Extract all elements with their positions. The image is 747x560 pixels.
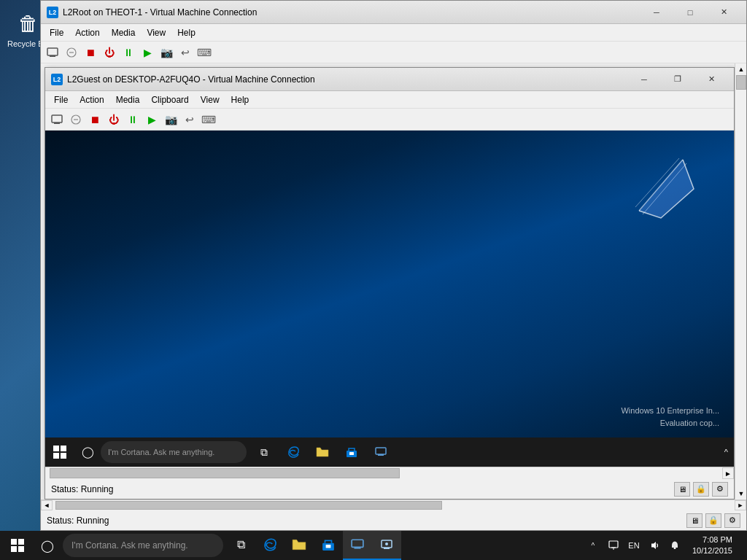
svg-rect-12 xyxy=(349,452,354,455)
inner-vm-screen[interactable]: Windows 10 Enterprise In... Evaluation c… xyxy=(45,131,734,467)
outer-close-button[interactable]: ✕ xyxy=(707,1,740,24)
inner-menu-media[interactable]: Media xyxy=(110,92,146,108)
outer-desktop: 🗑 Recycle Bin L2 L2Root on THEOT-1 - Vir… xyxy=(0,0,747,560)
svg-rect-14 xyxy=(378,454,384,456)
cortana-search-bar[interactable]: I'm Cortana. Ask me anything. xyxy=(63,534,223,557)
inner-cortana-search[interactable]: I'm Cortana. Ask me anything. xyxy=(101,441,247,463)
vmmanager-button[interactable] xyxy=(343,531,372,560)
inner-toolbar-back[interactable] xyxy=(67,112,85,128)
network-app-button[interactable] xyxy=(372,531,401,560)
inner-edge-button[interactable] xyxy=(279,438,308,467)
inner-menu-file[interactable]: File xyxy=(48,92,74,108)
outer-scroll-left[interactable]: ◄ xyxy=(41,500,53,510)
outer-status-icon1[interactable]: 🖥 xyxy=(686,513,703,528)
inner-toolbar-play[interactable]: ▶ xyxy=(143,112,160,128)
taskbar-clock[interactable]: 7:08 PM 10/12/2015 xyxy=(686,534,738,557)
outer-maximize-button[interactable]: □ xyxy=(673,1,707,24)
inner-maximize-button[interactable]: ❐ xyxy=(661,68,694,91)
inner-status-icon2[interactable]: 🔒 xyxy=(693,482,709,497)
outer-menu-action[interactable]: Action xyxy=(69,25,105,41)
svg-rect-5 xyxy=(54,122,60,124)
cortana-icon[interactable]: ◯ xyxy=(32,534,63,557)
outer-status-icon3[interactable]: ⚙ xyxy=(724,513,740,528)
outer-window-icon: L2 xyxy=(47,7,58,18)
inner-toolbar-undo[interactable]: ↩ xyxy=(181,112,198,128)
outer-toolbar-undo[interactable]: ↩ xyxy=(177,44,194,61)
outer-scroll-thumb-v[interactable] xyxy=(736,75,746,90)
start-button[interactable] xyxy=(3,531,32,560)
scroll-up-arrow[interactable]: ▲ xyxy=(736,63,746,75)
inner-start-button[interactable] xyxy=(45,438,74,467)
outer-menu-view[interactable]: View xyxy=(141,25,171,41)
inner-menu-clipboard[interactable]: Clipboard xyxy=(145,92,194,108)
inner-vmmanager-button[interactable] xyxy=(366,438,395,467)
outer-status-icon2[interactable]: 🔒 xyxy=(705,513,721,528)
inner-toolbar-stop[interactable]: ⏹ xyxy=(86,112,104,128)
outer-toolbar-back[interactable] xyxy=(63,44,80,61)
scroll-down-arrow[interactable]: ▼ xyxy=(736,488,746,499)
folder-button[interactable] xyxy=(285,531,314,560)
svg-rect-13 xyxy=(376,448,386,454)
inner-store-button[interactable] xyxy=(337,438,366,467)
inner-scroll-right[interactable]: ► xyxy=(722,467,734,479)
inner-tray-icons: ^ xyxy=(724,448,728,456)
outer-status-bar: Status: Running 🖥 🔒 ⚙ xyxy=(41,510,746,530)
inner-window-icon: L2 xyxy=(51,74,63,85)
inner-toolbar-power[interactable]: ⏻ xyxy=(105,112,123,128)
tray-display[interactable] xyxy=(605,531,622,560)
inner-tray-arrow[interactable]: ^ xyxy=(724,448,728,456)
outer-menu-media[interactable]: Media xyxy=(106,25,142,41)
tray-volume[interactable] xyxy=(646,531,663,560)
inner-toolbar-keyboard[interactable]: ⌨ xyxy=(200,112,217,128)
inner-taskview-button[interactable]: ⧉ xyxy=(249,438,279,467)
inner-toolbar-pause[interactable]: ⏸ xyxy=(124,112,142,128)
svg-rect-4 xyxy=(52,115,62,122)
outer-toolbar-pause[interactable]: ⏸ xyxy=(120,44,137,61)
outer-toolbar-play[interactable]: ▶ xyxy=(139,44,156,61)
tray-arrow[interactable]: ^ xyxy=(584,531,602,560)
inner-minimize-button[interactable]: ─ xyxy=(627,68,661,91)
inner-folder-button[interactable] xyxy=(308,438,337,467)
outer-toolbar-vm[interactable] xyxy=(44,44,61,61)
inner-menu-action[interactable]: Action xyxy=(74,92,109,108)
inner-vm-window: L2 L2Guest on DESKTOP-A2FUQ4O - Virtual … xyxy=(41,63,735,499)
outer-toolbar-power[interactable]: ⏻ xyxy=(101,44,118,61)
edge-button[interactable] xyxy=(255,531,285,560)
recycle-bin-icon: 🗑 xyxy=(14,7,43,39)
inner-toolbar-vm[interactable] xyxy=(48,112,66,128)
outer-titlebar: L2 L2Root on THEOT-1 - Virtual Machine C… xyxy=(41,1,746,24)
outer-vm-content: L2 L2Guest on DESKTOP-A2FUQ4O - Virtual … xyxy=(41,63,746,499)
inner-status-icon3[interactable]: ⚙ xyxy=(712,482,728,497)
outer-scroll-thumb-h[interactable] xyxy=(55,501,442,510)
svg-rect-16 xyxy=(326,545,331,548)
clock-date: 10/12/2015 xyxy=(692,545,732,556)
inner-menu-view[interactable]: View xyxy=(195,92,225,108)
taskview-button[interactable]: ⧉ xyxy=(226,531,255,560)
outer-menu-help[interactable]: Help xyxy=(171,25,201,41)
inner-toolbar-snapshot[interactable]: 📷 xyxy=(162,112,179,128)
win10-logo xyxy=(624,152,697,269)
outer-toolbar-keyboard[interactable]: ⌨ xyxy=(196,44,213,61)
tray-keyboard[interactable]: EN xyxy=(625,531,643,560)
inner-scroll-thumb-h[interactable] xyxy=(50,468,400,478)
outer-window-title: L2Root on THEOT-1 - Virtual Machine Conn… xyxy=(63,7,640,18)
inner-close-button[interactable]: ✕ xyxy=(694,68,728,91)
inner-status-icon1[interactable]: 🖥 xyxy=(674,482,690,497)
outer-toolbar-stop[interactable]: ⏹ xyxy=(82,44,99,61)
outer-vm-window: L2 L2Root on THEOT-1 - Virtual Machine C… xyxy=(40,0,747,531)
store-button[interactable] xyxy=(314,531,343,560)
inner-titlebar: L2 L2Guest on DESKTOP-A2FUQ4O - Virtual … xyxy=(45,68,734,91)
tray-notification[interactable] xyxy=(666,531,684,560)
outer-toolbar-snapshot[interactable]: 📷 xyxy=(158,44,175,61)
taskbar-apps: ⧉ xyxy=(226,531,401,560)
inner-cortana-icon[interactable]: ◯ xyxy=(74,440,101,464)
svg-rect-18 xyxy=(355,547,361,548)
outer-menu-file[interactable]: File xyxy=(44,25,69,41)
outer-scrollbar-right[interactable]: ▲ ▼ xyxy=(735,63,746,499)
inner-taskbar-apps: ⧉ xyxy=(249,438,395,467)
inner-toolbar: ⏹ ⏻ ⏸ ▶ 📷 ↩ ⌨ xyxy=(45,109,734,131)
inner-menu-help[interactable]: Help xyxy=(225,92,255,108)
outer-scroll-right[interactable]: ► xyxy=(735,500,746,510)
svg-rect-22 xyxy=(609,541,618,548)
outer-minimize-button[interactable]: ─ xyxy=(640,1,673,24)
